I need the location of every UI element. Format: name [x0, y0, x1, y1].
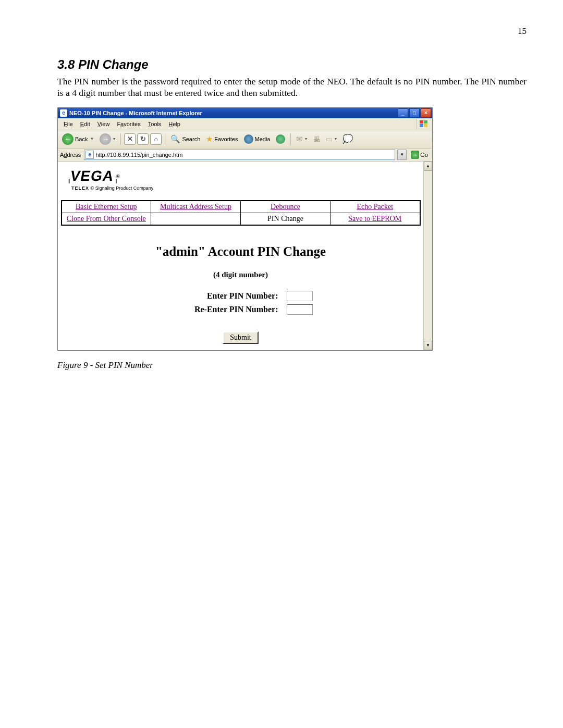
mail-button[interactable]: ✉ ▾ [294, 133, 309, 145]
forward-arrow-icon: → [100, 133, 111, 145]
ie-icon: e [60, 109, 67, 117]
enter-pin-input[interactable] [287, 291, 313, 301]
refresh-button[interactable]: ↻ [137, 133, 149, 145]
search-button[interactable]: 🔍 Search [168, 133, 202, 145]
media-button[interactable]: Media [242, 133, 273, 145]
go-arrow-icon: → [411, 151, 419, 159]
media-icon [244, 134, 253, 144]
menubar: File Edit View Favorites Tools Help [58, 118, 432, 130]
menu-favorites[interactable]: Favorites [113, 120, 144, 128]
discuss-button[interactable]: 💭 [340, 133, 355, 145]
chevron-down-icon: ▼ [90, 137, 94, 141]
address-dropdown[interactable]: ▼ [397, 150, 407, 160]
stop-button[interactable]: ✕ [124, 133, 136, 145]
page-number: 15 [57, 26, 527, 36]
chevron-down-icon: ▾ [335, 137, 337, 141]
close-button[interactable]: × [421, 108, 431, 118]
menu-view[interactable]: View [94, 120, 114, 128]
menu-tools[interactable]: Tools [144, 120, 165, 128]
reenter-pin-label: Re-Enter PIN Number: [169, 305, 278, 314]
logo-brand: VEGA [69, 168, 115, 184]
scroll-up-icon[interactable]: ▲ [424, 162, 432, 171]
nav-basic-ethernet[interactable]: Basic Ethernet Setup [76, 203, 137, 211]
page-content: ||| VEGA |||® TELEX © Signaling Product … [58, 162, 423, 350]
addressbar: Address e http://10.6.99.115/pin_change.… [58, 149, 432, 162]
titlebar: e NEO-10 PIN Change - Microsoft Internet… [58, 108, 432, 118]
search-label: Search [182, 136, 200, 142]
back-arrow-icon: ← [62, 133, 74, 145]
nav-debounce[interactable]: Debounce [271, 203, 300, 211]
menu-edit[interactable]: Edit [77, 120, 94, 128]
enter-pin-label: Enter PIN Number: [169, 291, 278, 301]
print-button[interactable]: 🖶 [311, 134, 322, 144]
print-icon: 🖶 [313, 135, 320, 143]
media-label: Media [255, 136, 271, 142]
toolbar: ← Back ▼ → ▾ ✕ ↻ ⌂ 🔍 Search ★ Favorites [58, 130, 432, 149]
go-label: Go [420, 152, 428, 158]
history-icon [276, 134, 285, 144]
reenter-pin-input[interactable] [287, 304, 313, 315]
nav-echo-packet[interactable]: Echo Packet [357, 203, 393, 211]
menu-file[interactable]: File [60, 120, 77, 128]
mail-icon: ✉ [296, 134, 303, 144]
address-label: Address [60, 152, 82, 158]
body-text: The PIN number is the password required … [57, 76, 527, 99]
chevron-down-icon: ▾ [113, 137, 115, 141]
back-button[interactable]: ← Back ▼ [60, 132, 96, 146]
minimize-button[interactable]: _ [398, 108, 408, 118]
edit-icon: ▭ [326, 135, 333, 143]
search-icon: 🔍 [170, 134, 180, 144]
go-button[interactable]: → Go [409, 151, 430, 159]
favorites-label: Favorites [214, 136, 238, 142]
logo-sub-brand: TELEX [71, 186, 89, 191]
nav-multicast[interactable]: Multicast Address Setup [160, 203, 231, 211]
windows-logo-icon [416, 118, 431, 130]
section-heading: 3.8 PIN Change [57, 57, 527, 72]
back-label: Back [75, 136, 88, 142]
chevron-down-icon: ▾ [305, 137, 307, 141]
edit-button[interactable]: ▭ ▾ [324, 134, 339, 144]
nav-clone[interactable]: Clone From Other Console [67, 215, 146, 223]
window-title: NEO-10 PIN Change - Microsoft Internet E… [69, 110, 202, 116]
form-title: "admin" Account PIN Change [60, 244, 421, 259]
chat-icon: 💭 [342, 134, 353, 144]
logo: ||| VEGA |||® TELEX © Signaling Product … [60, 164, 421, 194]
vertical-scrollbar[interactable]: ▲ ▼ [423, 162, 432, 350]
nav-save-eeprom[interactable]: Save to EEPROM [348, 215, 401, 223]
nav-empty [151, 213, 241, 225]
scroll-down-icon[interactable]: ▼ [424, 341, 432, 350]
address-input[interactable]: e http://10.6.99.115/pin_change.htm [84, 150, 395, 160]
home-button[interactable]: ⌂ [150, 133, 162, 145]
forward-button[interactable]: → ▾ [97, 132, 117, 146]
figure-caption: Figure 9 - Set PIN Number [57, 360, 527, 371]
nav-table: Basic Ethernet Setup Multicast Address S… [61, 200, 421, 226]
nav-pin-change-current: PIN Change [241, 213, 331, 225]
page-icon: e [85, 151, 94, 159]
browser-window: e NEO-10 PIN Change - Microsoft Internet… [57, 107, 433, 351]
maximize-button[interactable]: □ [409, 108, 420, 118]
logo-sub-rest: © Signaling Product Company [91, 186, 154, 191]
star-icon: ★ [206, 134, 213, 144]
history-button[interactable] [274, 133, 287, 145]
form-subtitle: (4 digit number) [60, 270, 421, 279]
submit-button[interactable]: Submit [223, 331, 258, 344]
favorites-button[interactable]: ★ Favorites [204, 133, 240, 145]
address-url: http://10.6.99.115/pin_change.htm [95, 152, 394, 158]
menu-help[interactable]: Help [165, 120, 184, 128]
